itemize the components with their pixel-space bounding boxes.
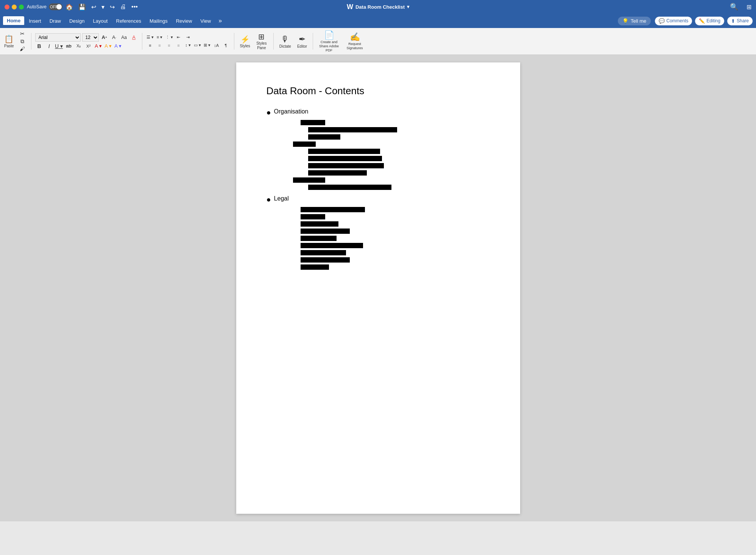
redacted-block bbox=[301, 229, 350, 234]
autosave-toggle[interactable]: AutoSave OFF bbox=[27, 3, 62, 10]
font-row1: Arial 12 A+ A- Aa A bbox=[35, 33, 138, 42]
text-effect-button[interactable]: A ▾ bbox=[114, 43, 122, 50]
bullet-list-button[interactable]: ☰ ▾ bbox=[146, 34, 154, 41]
menu-item-draw[interactable]: Draw bbox=[46, 17, 65, 25]
redacted-block bbox=[301, 257, 350, 263]
save-icon[interactable]: 💾 bbox=[78, 3, 86, 11]
italic-button[interactable]: I bbox=[45, 43, 53, 50]
font-size-select[interactable]: 12 bbox=[82, 33, 99, 42]
menu-item-home[interactable]: Home bbox=[3, 16, 24, 26]
more-icon[interactable]: ••• bbox=[131, 3, 138, 10]
minimize-button[interactable] bbox=[12, 5, 17, 9]
increase-indent-button[interactable]: ⇥ bbox=[184, 34, 192, 41]
clear-format-button[interactable]: A bbox=[130, 34, 138, 41]
undo-icon[interactable]: ↩ bbox=[91, 3, 96, 11]
shading-button[interactable]: ▭ ▾ bbox=[193, 42, 202, 49]
redacted-block bbox=[308, 185, 391, 190]
ribbon-menu-icon[interactable]: ⊞ bbox=[747, 3, 751, 11]
format-painter-button[interactable]: 🖌 bbox=[18, 45, 26, 52]
styles-row: ⚡ Styles ⊞ Styles Pane bbox=[238, 31, 270, 51]
signatures-icon: ✍ bbox=[350, 32, 360, 42]
justify-button[interactable]: ≡ bbox=[175, 42, 183, 49]
maximize-button[interactable] bbox=[19, 5, 24, 9]
menu-item-view[interactable]: View bbox=[196, 17, 215, 25]
bold-button[interactable]: B bbox=[35, 43, 44, 50]
redacted-block bbox=[301, 214, 325, 219]
title-chevron-icon[interactable]: ▾ bbox=[407, 4, 409, 9]
list-item-legal: ● Legal bbox=[267, 195, 490, 204]
align-right-button[interactable]: ≡ bbox=[165, 42, 173, 49]
align-left-button[interactable]: ≡ bbox=[146, 42, 154, 49]
decrease-indent-button[interactable]: ⇤ bbox=[175, 34, 183, 41]
show-marks-button[interactable]: ¶ bbox=[222, 42, 230, 49]
redacted-block bbox=[293, 141, 316, 147]
font-row2: B I U ▾ ab X₂ X² A ▾ A ▾ A ▾ bbox=[35, 43, 138, 50]
superscript-button[interactable]: X² bbox=[84, 43, 93, 50]
undo-dropdown-icon[interactable]: ▾ bbox=[101, 3, 104, 11]
sort-button[interactable]: ↕A bbox=[212, 42, 221, 49]
menu-item-references[interactable]: References bbox=[112, 17, 145, 25]
strikethrough-button[interactable]: ab bbox=[65, 43, 73, 50]
styles-icon: ⚡ bbox=[240, 35, 250, 44]
cut-button[interactable]: ✂ bbox=[18, 30, 26, 37]
menu-item-design[interactable]: Design bbox=[65, 17, 88, 25]
font-size-down-button[interactable]: A- bbox=[110, 34, 118, 41]
list-item-organisation: ● Organisation bbox=[267, 108, 490, 117]
bullet-organisation: ● bbox=[267, 108, 271, 117]
editor-button[interactable]: ✒ Editor bbox=[295, 31, 309, 51]
change-case-button[interactable]: Aa bbox=[120, 34, 128, 41]
paragraph-group: ☰ ▾ ≡ ▾ ⋮ ▾ ⇤ ⇥ ≡ ≡ ≡ ≡ ↕ ▾ ▭ ▾ ⊞ ▾ ↕A ¶ bbox=[146, 34, 230, 49]
font-group: Arial 12 A+ A- Aa A B I U ▾ ab X₂ X² A ▾… bbox=[35, 33, 138, 50]
paste-button[interactable]: 📋 Paste bbox=[2, 31, 16, 51]
signatures-button[interactable]: ✍ Request Signatures bbox=[343, 31, 366, 51]
autosave-label: AutoSave bbox=[27, 4, 47, 9]
document-title: W Data Room Checklist ▾ bbox=[347, 3, 409, 11]
adobe-pdf-button[interactable]: 📄 Create and Share Adobe PDF bbox=[317, 30, 341, 53]
search-icon[interactable]: 🔍 bbox=[730, 3, 738, 11]
menu-item-mailings[interactable]: Mailings bbox=[146, 17, 171, 25]
menu-items: Home Insert Draw Design Layout Reference… bbox=[3, 16, 651, 26]
underline-button[interactable]: U ▾ bbox=[55, 43, 63, 50]
subscript-button[interactable]: X₂ bbox=[75, 43, 83, 50]
document-area[interactable]: Data Room - Contents ● Organisation ● Le… bbox=[0, 55, 756, 521]
styles-pane-label: Styles Pane bbox=[256, 41, 268, 50]
redacted-block bbox=[301, 221, 338, 227]
styles-pane-button[interactable]: ⊞ Styles Pane bbox=[254, 31, 270, 51]
menu-overflow-icon[interactable]: » bbox=[215, 16, 225, 26]
menu-item-insert[interactable]: Insert bbox=[25, 17, 45, 25]
font-color-button[interactable]: A ▾ bbox=[94, 43, 103, 50]
highlight-button[interactable]: A ▾ bbox=[104, 43, 112, 50]
comments-icon: 💬 bbox=[659, 18, 665, 24]
title-bar-icons: 🏠 💾 ↩ ▾ ↪ 🖨 ••• bbox=[65, 3, 138, 11]
autosave-switch[interactable]: OFF bbox=[49, 3, 62, 10]
dictate-button[interactable]: 🎙 Dictate bbox=[277, 31, 293, 51]
title-text: Data Room Checklist bbox=[355, 4, 405, 10]
close-button[interactable] bbox=[5, 5, 9, 9]
word-icon: W bbox=[347, 3, 353, 11]
tell-me-button[interactable]: 💡 Tell me bbox=[618, 17, 651, 25]
comments-button[interactable]: 💬 Comments bbox=[655, 16, 692, 26]
redo-icon[interactable]: ↪ bbox=[110, 3, 115, 11]
font-size-up-button[interactable]: A+ bbox=[100, 34, 109, 41]
editor-label: Editor bbox=[297, 44, 307, 48]
home-icon[interactable]: 🏠 bbox=[65, 3, 73, 11]
editing-button[interactable]: ✏️ Editing bbox=[695, 16, 725, 26]
align-center-button[interactable]: ≡ bbox=[156, 42, 164, 49]
styles-button[interactable]: ⚡ Styles bbox=[238, 31, 252, 51]
font-name-select[interactable]: Arial bbox=[35, 33, 81, 42]
clipboard-sub: ✂ ⧉ 🖌 bbox=[18, 30, 26, 52]
menu-item-layout[interactable]: Layout bbox=[89, 17, 111, 25]
menu-item-review[interactable]: Review bbox=[172, 17, 196, 25]
tell-me-label: Tell me bbox=[631, 18, 646, 24]
multilevel-list-button[interactable]: ⋮ ▾ bbox=[165, 34, 173, 41]
dictate-icon: 🎙 bbox=[281, 34, 289, 44]
borders-button[interactable]: ⊞ ▾ bbox=[203, 42, 211, 49]
numbered-list-button[interactable]: ≡ ▾ bbox=[156, 34, 164, 41]
sep4 bbox=[273, 33, 274, 50]
dictate-label: Dictate bbox=[279, 44, 291, 48]
header-right-buttons: 💬 Comments ✏️ Editing ⬆ Share bbox=[655, 16, 753, 26]
share-button[interactable]: ⬆ Share bbox=[727, 16, 753, 26]
line-spacing-button[interactable]: ↕ ▾ bbox=[184, 42, 192, 49]
copy-button[interactable]: ⧉ bbox=[18, 38, 26, 45]
print-icon[interactable]: 🖨 bbox=[120, 3, 126, 10]
